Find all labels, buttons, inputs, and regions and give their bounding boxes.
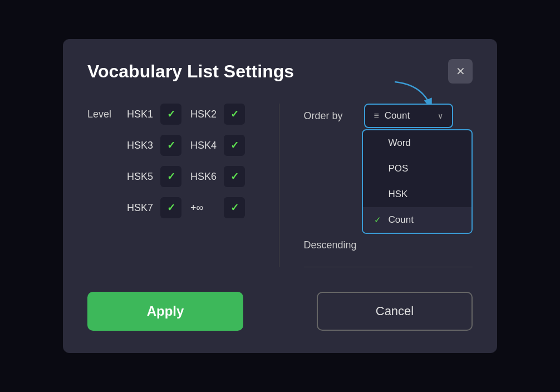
order-region: Order by ≡ Count ∨ Word [304, 104, 473, 128]
left-panel: Level HSK1 ✓ HSK2 ✓ [87, 104, 279, 267]
close-icon: ✕ [456, 65, 465, 78]
order-by-label: Order by [304, 110, 354, 122]
divider [304, 267, 473, 267]
dialog: Vocabulary List Settings ✕ Level HSK1 ✓ [63, 39, 497, 353]
hsk-row-1: Level HSK1 ✓ HSK2 ✓ [87, 104, 257, 125]
hsk4-check-icon: ✓ [230, 139, 239, 151]
plus-inf-check-icon: ✓ [230, 202, 239, 214]
hsk5-label: HSK5 [127, 171, 155, 183]
cancel-button[interactable]: Cancel [317, 292, 473, 331]
hsk3-check-icon: ✓ [167, 139, 175, 151]
order-by-value: Count [385, 110, 410, 121]
order-by-dropdown[interactable]: Word POS HSK ✓ Count [362, 129, 473, 234]
hsk6-label: HSK6 [190, 171, 218, 183]
hsk-item-hsk1: HSK1 ✓ [127, 104, 181, 125]
hsk-check [374, 190, 383, 199]
hsk5-check-icon: ✓ [167, 170, 175, 183]
hsk-item-hsk6: HSK6 ✓ [190, 166, 245, 187]
plus-inf-checkbox[interactable]: ✓ [224, 197, 245, 218]
hsk3-label: HSK3 [127, 140, 155, 151]
list-icon: ≡ [374, 111, 379, 121]
chevron-down-icon: ∨ [438, 111, 443, 120]
hsk-option-label: HSK [389, 189, 408, 200]
hsk-item-hsk4: HSK4 ✓ [190, 135, 245, 156]
dialog-title: Vocabulary List Settings [87, 61, 294, 82]
hsk2-label: HSK2 [190, 109, 218, 120]
word-check [374, 139, 383, 148]
count-option-label: Count [389, 214, 414, 226]
hsk1-check-icon: ✓ [167, 108, 175, 120]
hsk-row-3: HSK5 ✓ HSK6 ✓ [87, 166, 257, 187]
pos-option-label: POS [389, 163, 409, 174]
descending-row: Descending [304, 239, 473, 251]
hsk-item-plus: +∞ ✓ [190, 197, 245, 218]
level-label: Level [87, 109, 118, 120]
hsk-item-hsk3: HSK3 ✓ [127, 135, 181, 156]
hsk-row-4: HSK7 ✓ +∞ ✓ [87, 197, 257, 218]
dropdown-item-pos[interactable]: POS [363, 156, 472, 182]
order-row: Order by ≡ Count ∨ [304, 104, 473, 128]
word-option-label: Word [389, 138, 411, 149]
hsk6-checkbox[interactable]: ✓ [224, 166, 245, 187]
hsk2-check-icon: ✓ [230, 108, 239, 120]
hsk-item-hsk2: HSK2 ✓ [190, 104, 245, 125]
dialog-header: Vocabulary List Settings ✕ [87, 59, 473, 84]
hsk5-checkbox[interactable]: ✓ [160, 166, 181, 187]
dropdown-item-word[interactable]: Word [363, 130, 472, 156]
hsk3-checkbox[interactable]: ✓ [160, 135, 181, 156]
hsk1-checkbox[interactable]: ✓ [160, 104, 181, 125]
dropdown-item-hsk[interactable]: HSK [363, 182, 472, 207]
level-section: Level HSK1 ✓ HSK2 ✓ [87, 104, 257, 228]
hsk6-check-icon: ✓ [230, 170, 239, 183]
dropdown-item-count[interactable]: ✓ Count [363, 207, 472, 233]
close-button[interactable]: ✕ [448, 59, 473, 84]
hsk-item-hsk7: HSK7 ✓ [127, 197, 181, 218]
descending-label: Descending [304, 239, 357, 251]
plus-inf-label: +∞ [190, 202, 218, 214]
dialog-footer: Apply Cancel [87, 292, 473, 331]
hsk1-label: HSK1 [127, 109, 155, 120]
hsk-row-2: HSK3 ✓ HSK4 ✓ [87, 135, 257, 156]
pos-check [374, 164, 383, 174]
hsk7-checkbox[interactable]: ✓ [160, 197, 181, 218]
hsk2-checkbox[interactable]: ✓ [224, 104, 245, 125]
hsk4-checkbox[interactable]: ✓ [224, 135, 245, 156]
count-check: ✓ [374, 215, 383, 225]
hsk-item-hsk5: HSK5 ✓ [127, 166, 181, 187]
right-panel: Order by ≡ Count ∨ Word [279, 104, 473, 267]
hsk4-label: HSK4 [190, 140, 218, 151]
dialog-body: Level HSK1 ✓ HSK2 ✓ [87, 104, 473, 267]
hsk7-label: HSK7 [127, 202, 155, 214]
hsk7-check-icon: ✓ [167, 202, 175, 214]
order-by-select[interactable]: ≡ Count ∨ [364, 104, 453, 128]
overlay: Vocabulary List Settings ✕ Level HSK1 ✓ [0, 0, 560, 392]
apply-button[interactable]: Apply [87, 292, 243, 331]
